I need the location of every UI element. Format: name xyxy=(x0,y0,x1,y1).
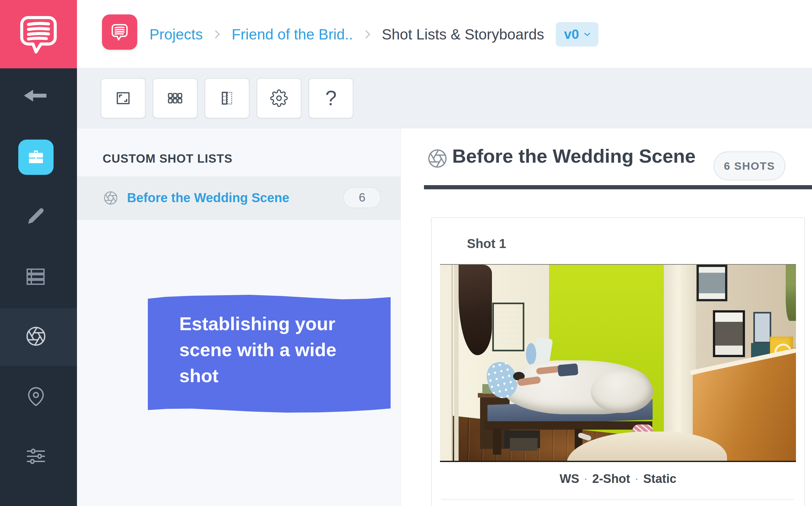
coach-mark: Establishing your scene with a wide shot xyxy=(148,294,391,413)
photo-plant xyxy=(786,265,796,321)
version-dropdown[interactable]: v0 xyxy=(556,22,598,47)
back-arrow-icon xyxy=(24,87,47,104)
sidebar xyxy=(0,0,77,506)
settings-gear-icon xyxy=(270,89,288,107)
app-window: Projects Friend of the Brid.. Shot Lists… xyxy=(0,0,812,506)
shot-list-link[interactable]: Before the Wedding Scene xyxy=(127,191,289,205)
aspect-frame-button[interactable] xyxy=(101,78,145,118)
shot-framing: 2-Shot xyxy=(592,472,630,486)
toolbar-buttons: ? xyxy=(101,78,353,118)
help-button[interactable]: ? xyxy=(308,78,353,118)
sidebar-item-edit[interactable] xyxy=(27,206,45,225)
aperture-icon xyxy=(25,326,46,347)
shot-specs: WS·2-Shot·Static xyxy=(432,472,804,486)
sidebar-item-shot-lists[interactable] xyxy=(25,326,46,347)
shot-size: WS xyxy=(560,472,579,486)
photo-bed-leg xyxy=(493,428,501,455)
main-content: Before the Wedding Scene 6 SHOTS Shot 1 xyxy=(401,129,812,506)
photo-headboard-object xyxy=(526,343,536,365)
help-icon: ? xyxy=(325,86,337,110)
top-header: Projects Friend of the Brid.. Shot Lists… xyxy=(77,0,812,68)
photo-picture-frame xyxy=(697,265,727,301)
breadcrumb: Projects Friend of the Brid.. Shot Lists… xyxy=(149,0,598,68)
sidebar-item-settings[interactable] xyxy=(26,446,46,467)
aperture-icon xyxy=(427,148,448,169)
aperture-icon xyxy=(103,191,118,205)
photo-picture-frame xyxy=(753,312,771,343)
chevron-right-icon xyxy=(362,28,374,40)
brand-logo-small[interactable] xyxy=(102,14,137,50)
sidebar-item-project[interactable] xyxy=(18,140,54,175)
settings-button[interactable] xyxy=(257,78,301,118)
grid-view-icon xyxy=(166,89,184,107)
sliders-icon xyxy=(26,446,46,467)
shot-count-badge: 6 xyxy=(343,187,381,208)
breadcrumb-project-link[interactable]: Friend of the Brid.. xyxy=(231,26,353,43)
column-layout-icon xyxy=(218,89,236,107)
version-label: v0 xyxy=(564,27,579,42)
photo-left-doorframe xyxy=(454,265,459,462)
location-pin-icon xyxy=(26,387,45,406)
briefcase-icon xyxy=(26,147,46,167)
speech-bubble-icon xyxy=(110,23,129,41)
spec-separator: · xyxy=(579,472,592,486)
shots-count-badge: 6 SHOTS xyxy=(714,152,785,180)
aspect-frame-icon xyxy=(114,89,132,107)
shot-movement: Static xyxy=(643,472,676,486)
breadcrumb-projects-link[interactable]: Projects xyxy=(149,26,203,43)
spec-separator: · xyxy=(630,472,643,486)
chevron-down-icon xyxy=(582,29,592,39)
photo-underbed-box xyxy=(510,438,537,451)
brand-logo-block xyxy=(0,0,77,68)
panel-heading: CUSTOM SHOT LISTS xyxy=(103,152,232,166)
card-divider xyxy=(441,499,795,500)
photo-person xyxy=(558,363,579,376)
photo-picture-frame xyxy=(713,310,745,357)
coach-mark-text: Establishing your scene with a wide shot xyxy=(179,311,372,389)
photo-duvet xyxy=(591,370,653,413)
sidebar-item-breakdowns[interactable] xyxy=(25,266,46,287)
shot-card[interactable]: Shot 1 xyxy=(431,217,805,506)
page-title: Before the Wedding Scene xyxy=(452,145,696,167)
chevron-right-icon xyxy=(211,28,223,40)
section-divider xyxy=(424,185,812,189)
toolbar: ? xyxy=(77,68,812,129)
photo-bed-frame xyxy=(484,421,652,430)
grid-view-button[interactable] xyxy=(153,78,198,118)
shot-list-row[interactable]: Before the Wedding Scene 6 xyxy=(77,176,401,220)
sidebar-item-locations[interactable] xyxy=(26,387,45,406)
breadcrumb-current: Shot Lists & Storyboards xyxy=(382,26,544,43)
column-layout-button[interactable] xyxy=(205,78,249,118)
shot-thumbnail xyxy=(440,264,796,462)
shot-label: Shot 1 xyxy=(467,237,506,251)
photo-wall-art xyxy=(492,303,524,351)
sidebar-back-button[interactable] xyxy=(24,87,47,104)
photo-left-doorframe xyxy=(440,265,453,462)
pencil-icon xyxy=(27,206,45,225)
breakdown-rows-icon xyxy=(25,266,46,287)
speech-bubble-icon xyxy=(17,13,60,56)
